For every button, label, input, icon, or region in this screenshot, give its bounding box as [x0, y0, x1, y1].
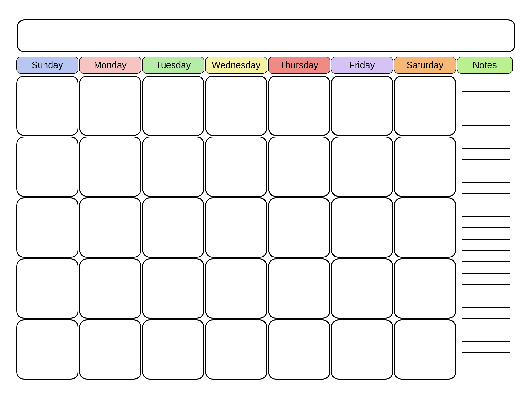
day-cell[interactable]	[331, 137, 393, 197]
header-notes: Notes	[457, 56, 513, 74]
header-saturday: Saturday	[394, 56, 456, 74]
day-cell[interactable]	[79, 258, 142, 319]
note-line	[462, 182, 510, 183]
day-cell[interactable]	[142, 258, 204, 319]
header-sunday: Sunday	[16, 56, 78, 74]
note-line	[462, 216, 510, 217]
note-line	[462, 307, 510, 308]
calendar-body	[16, 75, 516, 380]
day-cell[interactable]	[205, 319, 267, 380]
note-line	[462, 170, 510, 171]
header-monday: Monday	[79, 56, 142, 74]
day-cell[interactable]	[394, 319, 456, 380]
header-thursday: Thursday	[268, 56, 330, 74]
note-line	[462, 284, 510, 285]
note-line	[462, 239, 510, 240]
day-cell[interactable]	[394, 197, 456, 258]
day-cell[interactable]	[79, 137, 142, 197]
weekday-header-row: Sunday Monday Tuesday Wednesday Thursday…	[16, 56, 516, 74]
day-cell[interactable]	[205, 197, 267, 258]
note-line	[462, 193, 510, 194]
calendar-page: Sunday Monday Tuesday Wednesday Thursday…	[0, 0, 532, 411]
week-row	[16, 319, 457, 380]
header-tuesday: Tuesday	[142, 56, 204, 74]
week-row	[16, 75, 457, 136]
month-title-bar[interactable]	[17, 19, 515, 52]
day-cell[interactable]	[16, 258, 78, 319]
day-cell[interactable]	[394, 258, 456, 319]
note-line	[462, 103, 510, 103]
note-line	[462, 91, 510, 92]
header-friday: Friday	[331, 56, 393, 74]
day-cell[interactable]	[142, 197, 204, 258]
header-wednesday: Wednesday	[205, 56, 267, 74]
note-line	[462, 250, 510, 251]
note-line	[462, 364, 510, 364]
day-cell[interactable]	[268, 258, 330, 319]
note-line	[462, 261, 510, 262]
note-line	[462, 125, 510, 126]
day-cell[interactable]	[394, 75, 456, 136]
note-line	[462, 273, 510, 273]
day-cell[interactable]	[331, 319, 393, 380]
week-row	[16, 258, 457, 319]
note-line	[462, 137, 510, 137]
day-cell[interactable]	[16, 319, 78, 380]
day-cell[interactable]	[16, 75, 78, 136]
day-cell[interactable]	[268, 197, 330, 258]
day-cell[interactable]	[331, 75, 393, 136]
notes-column[interactable]	[458, 75, 514, 380]
day-cell[interactable]	[79, 319, 142, 380]
day-cell[interactable]	[16, 197, 78, 258]
day-cell[interactable]	[268, 319, 330, 380]
note-line	[462, 330, 510, 330]
note-line	[462, 341, 510, 342]
day-cell[interactable]	[331, 197, 393, 258]
note-line	[462, 148, 510, 149]
day-cell[interactable]	[268, 75, 330, 136]
day-cell[interactable]	[79, 197, 142, 258]
day-cell[interactable]	[268, 137, 330, 197]
note-line	[462, 352, 510, 353]
note-line	[462, 159, 510, 160]
day-cell[interactable]	[205, 258, 267, 319]
day-cell[interactable]	[394, 137, 456, 197]
week-row	[16, 197, 457, 258]
weeks-grid	[16, 75, 457, 380]
note-line	[462, 318, 510, 319]
day-cell[interactable]	[205, 75, 267, 136]
day-cell[interactable]	[142, 75, 204, 136]
note-line	[462, 114, 510, 114]
day-cell[interactable]	[331, 258, 393, 319]
day-cell[interactable]	[79, 75, 142, 136]
day-cell[interactable]	[16, 137, 78, 197]
note-line	[462, 296, 510, 296]
note-line	[462, 205, 510, 205]
note-line	[462, 227, 510, 228]
day-cell[interactable]	[205, 137, 267, 197]
day-cell[interactable]	[142, 137, 204, 197]
day-cell[interactable]	[142, 319, 204, 380]
week-row	[16, 137, 457, 197]
